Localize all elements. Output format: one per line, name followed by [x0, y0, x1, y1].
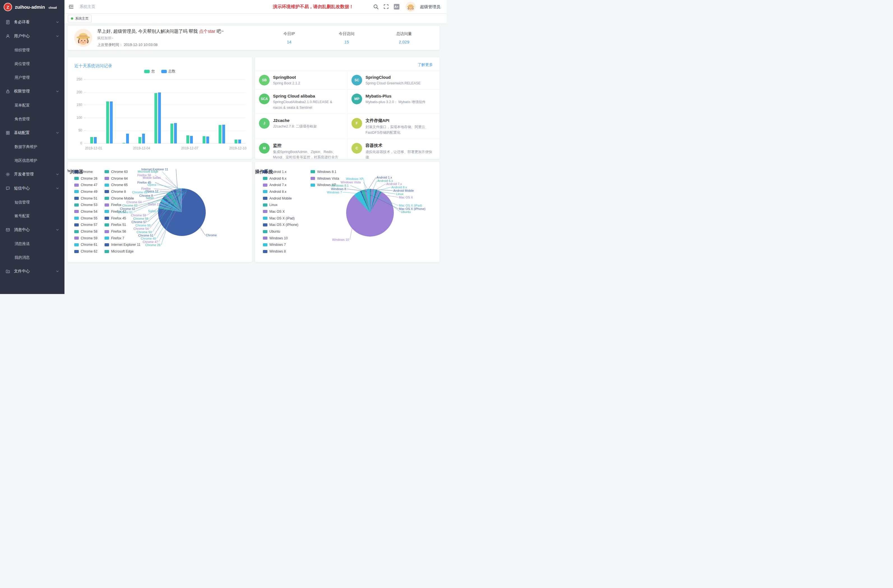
legend-item-Ubuntu[interactable]: Ubuntu [263, 228, 298, 235]
tab-bar: 系统主页 [65, 14, 446, 24]
legend-item-Windows 10[interactable]: Windows 10 [263, 235, 298, 242]
legend-item-Windows 8.1[interactable]: Windows 8.1 [311, 168, 339, 175]
legend-item-Windows Vista[interactable]: Windows Vista [311, 175, 339, 182]
sidebar-item-label: 消息中心 [14, 227, 56, 232]
legend-item-Chrome 64[interactable]: Chrome 64 [105, 175, 140, 182]
bar-group-2019-12-01 [86, 137, 101, 143]
bar-legend-item-you[interactable]: 您 [144, 69, 155, 74]
pie-callout-Chrome 53: Chrome 53 [137, 230, 152, 234]
tech-item-body: 文件存储API封装文件接口，实现本地存储、阿里云、FastDFS存储的配置化 [365, 117, 434, 135]
legend-item-Internet Explorer 11[interactable]: Internet Explorer 11 [105, 242, 140, 248]
legend-swatch [74, 217, 79, 220]
bar-您-2019-12-08 [203, 136, 206, 143]
bar-总数-2019-12-09 [222, 125, 225, 143]
search-icon[interactable] [373, 4, 379, 9]
sidebar-item-6[interactable]: 消息中心 [0, 223, 65, 237]
x-axis-label: 2019-12-10 [229, 146, 247, 150]
sidebar-item-label: 权限管理 [14, 89, 56, 94]
legend-item-Chrome 58[interactable]: Chrome 58 [74, 228, 97, 235]
legend-item-Chrome 54[interactable]: Chrome 54 [74, 208, 97, 215]
font-size-icon[interactable]: A+ [394, 4, 400, 9]
greeting-text-pre: 早上好, 超级管理员, 今天帮别人解决问题了吗 帮我 [97, 29, 199, 34]
sidebar-item-4[interactable]: 开发者管理 [0, 167, 65, 181]
legend-swatch [74, 250, 79, 253]
legend-item-Chrome 65[interactable]: Chrome 65 [105, 182, 140, 188]
os-pie-chart [346, 189, 394, 236]
fullscreen-icon[interactable] [383, 4, 389, 9]
sidebar-subitem-3-1[interactable]: 地区信息维护 [0, 153, 65, 167]
legend-swatch [74, 177, 79, 180]
legend-swatch [74, 190, 79, 193]
pie-callout-Chrome 61: Chrome 61 [117, 211, 132, 214]
sidebar-subitem-6-0[interactable]: 消息推送 [0, 237, 65, 251]
greeting-body: 早上好, 超级管理员, 今天帮别人解决问题了吗 帮我 点个star 吧~ 疯狂加… [97, 29, 224, 47]
legend-item-Chrome 57[interactable]: Chrome 57 [74, 222, 97, 229]
pie-callout-Windows 8: Windows 8 [331, 187, 346, 191]
pie-callout-Opera: Opera [147, 183, 156, 186]
pie-callout-Windows 7: Windows 7 [327, 191, 342, 194]
legend-item-Firefox 7[interactable]: Firefox 7 [105, 235, 140, 242]
sidebar-subitem-5-1[interactable]: 账号配置 [0, 209, 65, 223]
legend-item-Chrome 59[interactable]: Chrome 59 [74, 235, 97, 242]
sidebar-subitem-3-0[interactable]: 数据字典维护 [0, 140, 65, 153]
tech-item-Spring Cloud alibaba: SCASpring Cloud alibabaSpringCloudAlibab… [255, 89, 347, 114]
brand[interactable]: Z zuihou-admin cloud [0, 0, 65, 14]
sidebar-subitem-2-1[interactable]: 角色管理 [0, 112, 65, 126]
bar-legend-item-total[interactable]: 总数 [161, 69, 176, 74]
legend-label: Android 7.x [269, 183, 286, 187]
legend-item-Android Mobile[interactable]: Android Mobile [263, 195, 298, 202]
sidebar-subitem-6-1[interactable]: 我的消息 [0, 251, 65, 264]
avatar[interactable] [406, 2, 415, 12]
legend-item-Mac OS X (iPhone)[interactable]: Mac OS X (iPhone) [263, 222, 298, 229]
legend-item-Mac OS X[interactable]: Mac OS X [263, 208, 298, 215]
sidebar-item-2[interactable]: 权限管理 [0, 84, 65, 98]
sidebar-subitem-1-1[interactable]: 岗位管理 [0, 57, 65, 71]
sidebar-toggle-icon[interactable] [68, 4, 75, 10]
tab-home[interactable]: 系统主页 [68, 15, 92, 23]
sidebar: Z zuihou-admin cloud 务必详看用户中心组织管理岗位管理用户管… [0, 0, 65, 294]
sidebar-item-3[interactable]: 基础配置 [0, 126, 65, 140]
legend-item-Chrome 53[interactable]: Chrome 53 [74, 202, 97, 208]
sidebar-subitem-1-2[interactable]: 用户管理 [0, 71, 65, 84]
legend-label: Chrome 51 [81, 197, 97, 200]
legend-item-Mac OS X (iPad)[interactable]: Mac OS X (iPad) [263, 215, 298, 222]
learn-more-link[interactable]: 了解更多 [418, 62, 433, 67]
row-charts: 近十天系统访问记录 您 总数 050100150200250 [67, 57, 440, 159]
legend-item-Android 7.x[interactable]: Android 7.x [263, 182, 298, 188]
header: 系统主页 演示环境维护不易，请勿乱删乱改数据！ A+ 超级管理员 [65, 0, 446, 14]
tech-avatar: MP [352, 93, 362, 104]
bar-legend-swatch-you [144, 70, 150, 73]
sidebar-item-0[interactable]: 务必详看 [0, 15, 65, 29]
legend-item-Android 8.x[interactable]: Android 8.x [263, 188, 298, 195]
sidebar-item-5[interactable]: 短信中心 [0, 181, 65, 195]
sidebar-subitem-1-0[interactable]: 组织管理 [0, 43, 65, 57]
sidebar-subitem-5-0[interactable]: 短信管理 [0, 195, 65, 209]
tech-item-title: 文件存储API [365, 118, 434, 123]
current-user-name[interactable]: 超级管理员 [420, 4, 440, 9]
y-axis-label: 50 [78, 128, 82, 132]
sidebar-item-1[interactable]: 用户中心 [0, 29, 65, 43]
legend-item-Chrome 47[interactable]: Chrome 47 [74, 182, 97, 188]
pie-callout-Windows Vista: Windows Vista [341, 180, 361, 184]
legend-item-Chrome 26[interactable]: Chrome 26 [74, 175, 97, 182]
tech-item-desc: 虚拟化容器技术，让迁移、部署更加方便快捷 [365, 149, 434, 159]
legend-item-Chrome 62[interactable]: Chrome 62 [74, 248, 97, 255]
legend-item-Microsoft Edge[interactable]: Microsoft Edge [105, 248, 140, 255]
sidebar-subitem-2-0[interactable]: 菜单配置 [0, 98, 65, 112]
pie-callout-Opera 12: Opera 12 [146, 189, 158, 193]
legend-item-Chrome 49[interactable]: Chrome 49 [74, 188, 97, 195]
legend-item-Android 6.x[interactable]: Android 6.x [263, 175, 298, 182]
star-link[interactable]: 点个star [199, 29, 215, 34]
browser-pie-chart [158, 188, 206, 236]
legend-item-Chrome 63[interactable]: Chrome 63 [105, 168, 140, 175]
legend-item-Windows 7[interactable]: Windows 7 [263, 242, 298, 248]
legend-item-Chrome 55[interactable]: Chrome 55 [74, 215, 97, 222]
legend-item-Chrome 61[interactable]: Chrome 61 [74, 242, 97, 248]
legend-label: Android 6.x [269, 177, 286, 180]
legend-item-Chrome 51[interactable]: Chrome 51 [74, 195, 97, 202]
sidebar-item-7[interactable]: 文件中心 [0, 264, 65, 278]
bar-legend-swatch-total [161, 70, 167, 73]
legend-item-Windows 8[interactable]: Windows 8 [263, 248, 298, 255]
legend-item-Linux[interactable]: Linux [263, 202, 298, 208]
legend-swatch [74, 236, 79, 240]
